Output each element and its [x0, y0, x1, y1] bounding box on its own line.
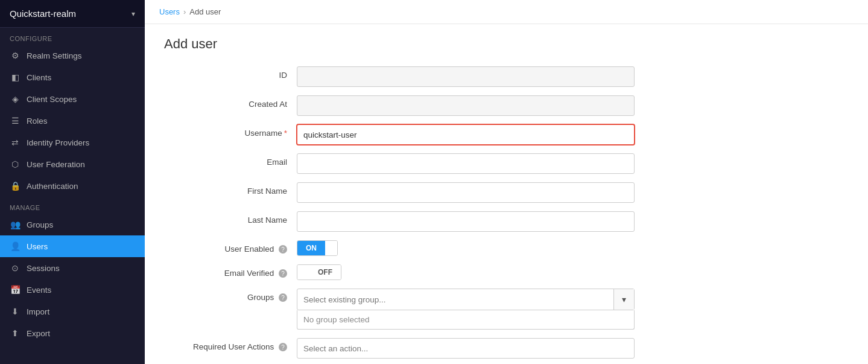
required-actions-label: Required User Actions ? [164, 338, 297, 351]
created-at-control [297, 95, 647, 116]
first-name-row: First Name [164, 182, 647, 203]
required-actions-field[interactable] [297, 338, 635, 359]
groups-dropdown-button[interactable]: ▾ [613, 289, 634, 310]
sidebar-item-label: Roles [27, 117, 48, 126]
breadcrumb-separator: › [183, 7, 186, 16]
realm-settings-icon: ⚙ [10, 50, 21, 61]
user-enabled-off-part[interactable] [325, 241, 337, 255]
users-icon: 👤 [10, 241, 21, 252]
sessions-icon: ⊙ [10, 263, 21, 273]
groups-row: Groups ? ▾ No group selected [164, 289, 647, 330]
username-row: Username* [164, 124, 647, 145]
realm-chevron-icon: ▾ [131, 10, 135, 18]
sidebar-item-import[interactable]: ⬇ Import [0, 301, 145, 322]
user-enabled-toggle: ON [297, 240, 647, 256]
sidebar-item-label: Groups [27, 220, 53, 229]
sidebar-item-export[interactable]: ⬆ Export [0, 322, 145, 344]
user-enabled-row: User Enabled ? ON [164, 240, 647, 256]
user-enabled-control: ON [297, 240, 647, 256]
user-enabled-toggle-control[interactable]: ON [297, 240, 338, 256]
email-verified-off-part[interactable]: OFF [309, 265, 341, 279]
created-at-field[interactable] [297, 95, 635, 116]
sidebar-item-roles[interactable]: ☰ Roles [0, 110, 145, 132]
manage-section-label: Manage [0, 197, 145, 214]
sidebar-item-label: Events [27, 286, 51, 295]
sidebar-item-label: Client Scopes [27, 95, 77, 104]
last-name-field[interactable] [297, 211, 635, 232]
realm-name: Quickstart-realm [10, 8, 76, 19]
configure-section-label: Configure [0, 28, 145, 45]
username-label: Username* [164, 124, 297, 138]
last-name-row: Last Name [164, 211, 647, 232]
email-verified-label: Email Verified ? [164, 264, 297, 278]
groups-select-input[interactable] [297, 289, 613, 310]
last-name-label: Last Name [164, 211, 297, 225]
email-verified-row: Email Verified ? OFF [164, 264, 647, 280]
first-name-field[interactable] [297, 182, 635, 203]
sidebar-item-label: Export [27, 329, 50, 338]
id-label: ID [164, 66, 297, 80]
user-federation-icon: ⬡ [10, 159, 21, 170]
authentication-icon: 🔒 [10, 180, 21, 191]
page-content: Add user ID Created At Username* [145, 24, 868, 364]
add-user-form: ID Created At Username* [164, 66, 647, 364]
page-title: Add user [164, 36, 849, 52]
groups-container: ▾ No group selected [297, 289, 635, 330]
user-enabled-on-part[interactable]: ON [297, 241, 325, 255]
required-actions-control [297, 338, 647, 359]
created-at-label: Created At [164, 95, 297, 109]
email-row: Email [164, 153, 647, 174]
breadcrumb-current: Add user [189, 7, 221, 16]
email-control [297, 153, 647, 174]
email-verified-on-part[interactable] [297, 265, 309, 279]
breadcrumb-users-link[interactable]: Users [159, 7, 180, 16]
sidebar-item-users[interactable]: 👤 Users [0, 235, 145, 257]
events-icon: 📅 [10, 284, 21, 295]
import-icon: ⬇ [10, 306, 21, 317]
email-verified-help-icon[interactable]: ? [279, 269, 287, 278]
user-enabled-help-icon[interactable]: ? [279, 245, 287, 254]
client-scopes-icon: ◈ [10, 94, 21, 104]
last-name-control [297, 211, 647, 232]
sidebar-item-sessions[interactable]: ⊙ Sessions [0, 257, 145, 279]
export-icon: ⬆ [10, 328, 21, 339]
sidebar-item-label: Realm Settings [27, 51, 82, 60]
id-field[interactable] [297, 66, 635, 87]
groups-label: Groups ? [164, 289, 297, 302]
groups-select-wrapper: ▾ [297, 289, 635, 310]
sidebar-item-label: Sessions [27, 264, 60, 273]
sidebar-item-client-scopes[interactable]: ◈ Client Scopes [0, 88, 145, 110]
sidebar-item-clients[interactable]: ◧ Clients [0, 66, 145, 88]
username-control [297, 124, 647, 145]
username-field[interactable] [297, 124, 635, 145]
first-name-label: First Name [164, 182, 297, 196]
sidebar-item-label: Authentication [27, 182, 78, 191]
sidebar: Quickstart-realm ▾ Configure ⚙ Realm Set… [0, 0, 145, 364]
email-verified-toggle: OFF [297, 264, 647, 280]
sidebar-item-user-federation[interactable]: ⬡ User Federation [0, 153, 145, 175]
sidebar-item-groups[interactable]: 👥 Groups [0, 214, 145, 235]
groups-help-icon[interactable]: ? [279, 293, 287, 302]
email-verified-toggle-control[interactable]: OFF [297, 264, 341, 280]
id-control [297, 66, 647, 87]
sidebar-item-label: Users [27, 242, 48, 251]
created-at-row: Created At [164, 95, 647, 116]
main-content: Users › Add user Add user ID Created At [145, 0, 868, 364]
sidebar-item-events[interactable]: 📅 Events [0, 279, 145, 301]
user-enabled-label: User Enabled ? [164, 240, 297, 254]
realm-selector[interactable]: Quickstart-realm ▾ [0, 0, 145, 28]
sidebar-item-label: Import [27, 307, 49, 316]
sidebar-item-realm-settings[interactable]: ⚙ Realm Settings [0, 45, 145, 66]
sidebar-item-identity-providers[interactable]: ⇄ Identity Providers [0, 132, 145, 153]
username-required-star: * [284, 129, 287, 138]
email-label: Email [164, 153, 297, 167]
sidebar-item-label: Clients [27, 73, 51, 82]
required-actions-row: Required User Actions ? [164, 338, 647, 359]
first-name-control [297, 182, 647, 203]
email-field[interactable] [297, 153, 635, 174]
required-actions-help-icon[interactable]: ? [279, 343, 287, 351]
sidebar-item-label: User Federation [27, 160, 85, 169]
groups-icon: 👥 [10, 219, 21, 230]
identity-providers-icon: ⇄ [10, 137, 21, 148]
sidebar-item-authentication[interactable]: 🔒 Authentication [0, 175, 145, 197]
